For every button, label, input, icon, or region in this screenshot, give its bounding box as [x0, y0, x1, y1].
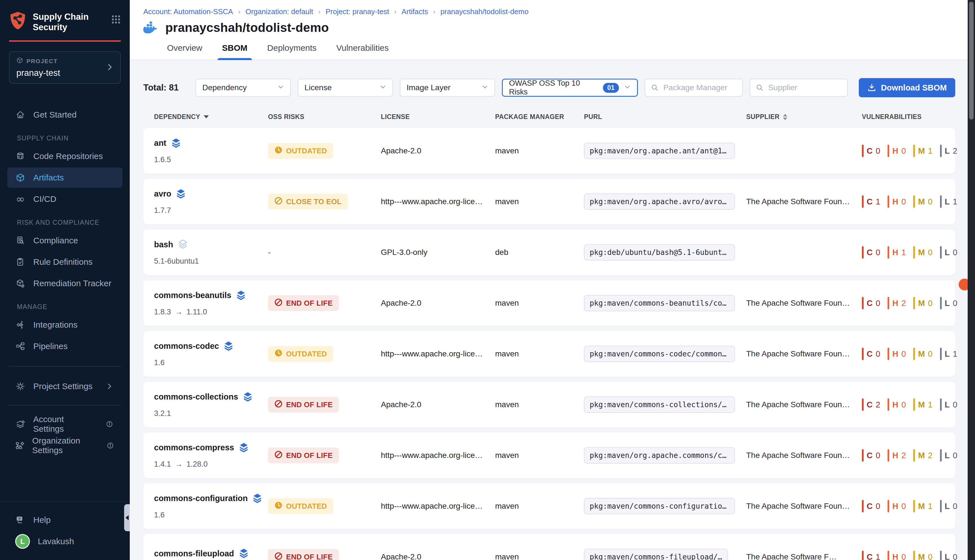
- vulnerability-counts: C0H1M0L0: [862, 246, 957, 258]
- owasp-filter-count-badge: 01: [603, 83, 619, 93]
- user-menu[interactable]: L Lavakush: [7, 531, 122, 552]
- table-row[interactable]: commons-fileuploadEND OF LIFEApache-2.0m…: [143, 534, 955, 560]
- supplier-value: The Apache Software Foun…: [746, 400, 862, 409]
- vuln-M: M0: [913, 551, 932, 560]
- app-grid-icon[interactable]: [111, 15, 121, 25]
- layers-icon: [239, 548, 249, 559]
- dependency-version: 5.1-6ubuntu1: [154, 257, 268, 266]
- table-row[interactable]: ant1.6.5OUTDATEDApache-2.0mavenpkg:maven…: [143, 128, 955, 174]
- purl-value: pkg:maven/commons-collections/co…: [584, 397, 735, 413]
- breadcrumb-link[interactable]: Organization: default: [245, 7, 313, 16]
- sidebar-item-pipelines[interactable]: Pipelines: [7, 336, 122, 357]
- table-row[interactable]: avro1.7.7CLOSE TO EOLhttp---www.apache.o…: [143, 179, 955, 225]
- sidebar-item-help[interactable]: ? Help: [7, 510, 122, 530]
- table-row[interactable]: commons-collections3.2.1END OF LIFEApach…: [143, 382, 955, 427]
- sort-desc-icon: [204, 115, 209, 118]
- dependency-name: commons-configuration: [154, 494, 248, 503]
- column-header-supplier[interactable]: SUPPLIER: [746, 113, 862, 121]
- vuln-H: H1: [888, 246, 906, 258]
- filter-label: Dependency: [202, 83, 247, 92]
- breadcrumb-link[interactable]: Artifacts: [401, 7, 428, 16]
- vuln-H: H0: [888, 145, 906, 157]
- tab-vulnerabilities[interactable]: Vulnerabilities: [336, 42, 389, 60]
- supplier-search-input[interactable]: [768, 83, 841, 92]
- oss-risk-badge: CLOSE TO EOL: [268, 194, 348, 210]
- layers-icon: [243, 392, 253, 402]
- content: Total: 81 DependencyLicenseImage Layer O…: [130, 60, 975, 560]
- upgrade-arrow-icon: →: [175, 460, 182, 468]
- vuln-L: L1: [940, 195, 958, 208]
- search-icon: [651, 84, 659, 92]
- owasp-risks-filter[interactable]: OWASP OSS Top 10 Risks 01: [502, 79, 638, 97]
- vuln-C: C1: [862, 195, 880, 208]
- vuln-L: L0: [940, 398, 958, 411]
- table-row[interactable]: commons-codec1.6OUTDATEDhttp---www.apach…: [143, 331, 955, 377]
- purl-value: pkg:maven/commons-codec/commons-…: [584, 346, 735, 362]
- sidebar-item-account-settings[interactable]: Account Settings: [7, 414, 122, 434]
- sort-icon: [783, 114, 787, 120]
- license-filter[interactable]: License: [298, 79, 393, 97]
- tab-deployments[interactable]: Deployments: [267, 42, 317, 60]
- column-header-license: LICENSE: [381, 113, 495, 121]
- package-manager-value: deb: [495, 248, 584, 257]
- sidebar-item-get-started[interactable]: Get Started: [7, 105, 122, 125]
- cube-icon: [15, 173, 25, 182]
- dependency-name: ant: [154, 138, 167, 148]
- vuln-H: H2: [888, 297, 906, 309]
- layers-icon: [176, 188, 186, 199]
- breadcrumb-link[interactable]: pranaycshah/todolist-demo: [441, 7, 528, 16]
- oss-risk-badge: END OF LIFE: [268, 397, 339, 413]
- table-row[interactable]: commons-compress1.4.1→1.28.0END OF LIFEh…: [143, 433, 955, 478]
- image-layer-filter[interactable]: Image Layer: [400, 79, 495, 97]
- breadcrumb-link[interactable]: Account: Automation-SSCA: [143, 7, 233, 16]
- tab-sbom[interactable]: SBOM: [222, 42, 248, 60]
- sidebar-item-compliance[interactable]: Compliance: [7, 230, 122, 251]
- table-row[interactable]: commons-configuration1.6OUTDATEDhttp---w…: [143, 483, 955, 529]
- sidebar-item-remediation-tracker[interactable]: Remediation Tracker: [7, 273, 122, 293]
- sidebar-item-code-repositories[interactable]: Code Repositories: [7, 146, 122, 167]
- package-manager-search-input[interactable]: [663, 83, 736, 92]
- pipelines-icon: [15, 342, 25, 351]
- search-box[interactable]: [750, 79, 848, 97]
- sidebar-item-organization-settings[interactable]: Organization Settings: [7, 435, 122, 456]
- column-header-dependency[interactable]: DEPENDENCY: [154, 113, 268, 121]
- app-title: Supply Chain Security: [33, 11, 88, 32]
- ban-icon: [274, 400, 283, 410]
- license-value: Apache-2.0: [381, 552, 495, 560]
- license-value: Apache-2.0: [381, 400, 495, 409]
- breadcrumb-link[interactable]: Project: pranay-test: [326, 7, 389, 16]
- sidebar-item-integrations[interactable]: Integrations: [7, 315, 122, 335]
- sidebar-item-label: Pipelines: [33, 342, 68, 351]
- sidebar-item-rule-definitions[interactable]: Rule Definitions: [7, 252, 122, 272]
- sidebar-item-project-settings[interactable]: Project Settings: [7, 376, 122, 397]
- purl-value: pkg:maven/commons-fileupload/…: [584, 549, 728, 560]
- download-sbom-button[interactable]: Download SBOM: [859, 78, 955, 97]
- sidebar-collapse-handle[interactable]: [124, 504, 130, 531]
- tab-overview[interactable]: Overview: [167, 42, 203, 60]
- ban-icon: [274, 298, 283, 308]
- dependency-name: commons-beanutils: [154, 291, 231, 300]
- package-manager-value: maven: [495, 552, 584, 560]
- sidebar-item-artifacts[interactable]: Artifacts: [7, 167, 122, 188]
- chevron-down-icon: [482, 83, 488, 92]
- project-selector[interactable]: PROJECT pranay-test: [9, 51, 121, 84]
- sidebar-item-label: Project Settings: [33, 382, 92, 391]
- dependency-filter[interactable]: Dependency: [195, 79, 291, 97]
- supplier-value: The Apache Software F…: [746, 552, 862, 560]
- sbom-table: ant1.6.5OUTDATEDApache-2.0mavenpkg:maven…: [143, 128, 955, 560]
- divider: [8, 366, 121, 367]
- chevron-down-icon: [379, 83, 386, 92]
- scrollbar-thumb[interactable]: [969, 2, 973, 120]
- vuln-C: C0: [862, 145, 880, 157]
- search-box[interactable]: [644, 79, 743, 97]
- vuln-H: H0: [888, 348, 906, 360]
- total-count: Total: 81: [143, 83, 179, 93]
- table-row[interactable]: bash5.1-6ubuntu1-GPL-3.0-onlydebpkg:deb/…: [143, 230, 955, 275]
- scrollbar-track[interactable]: [968, 0, 975, 560]
- dependency-name: commons-collections: [154, 392, 238, 402]
- dependency-name: avro: [154, 189, 171, 198]
- vuln-L: L0: [940, 449, 958, 462]
- sidebar-item-cicd[interactable]: ∞CI/CD: [7, 189, 122, 209]
- layers-icon: [252, 493, 262, 504]
- table-row[interactable]: commons-beanutils1.8.3→1.11.0END OF LIFE…: [143, 280, 955, 326]
